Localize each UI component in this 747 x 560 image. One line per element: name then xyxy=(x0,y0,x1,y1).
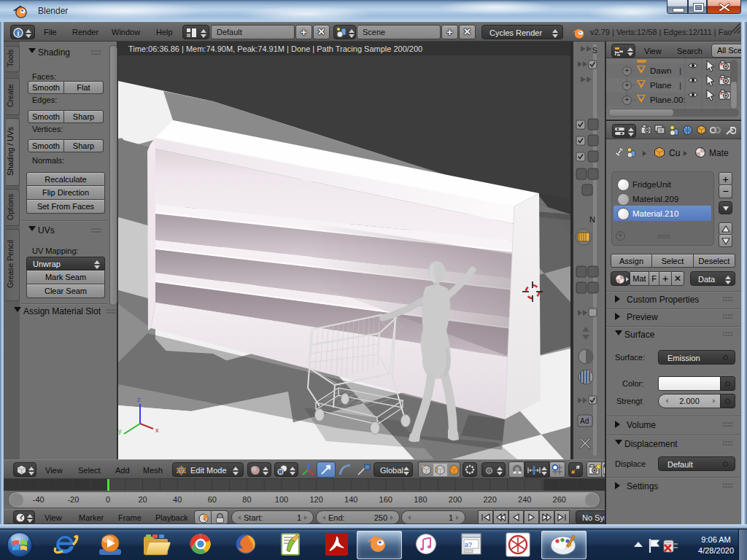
svg-text:200: 200 xyxy=(449,495,462,504)
svg-text:40: 40 xyxy=(173,495,182,504)
svg-text:0: 0 xyxy=(106,495,110,504)
svg-text:a?: a? xyxy=(465,541,472,548)
svg-text:x: x xyxy=(155,427,159,434)
svg-text:260: 260 xyxy=(553,495,566,504)
svg-text:140: 140 xyxy=(344,495,357,504)
svg-text:Time:06:36.86 | Mem:74.90M, Pe: Time:06:36.86 | Mem:74.90M, Peak:74.91M … xyxy=(128,44,422,53)
svg-text:-40: -40 xyxy=(33,495,44,504)
svg-text:60: 60 xyxy=(208,495,217,504)
svg-text:100: 100 xyxy=(275,495,288,504)
svg-text:220: 220 xyxy=(483,495,496,504)
svg-text:80: 80 xyxy=(242,495,251,504)
svg-text:240: 240 xyxy=(518,495,531,504)
svg-text:120: 120 xyxy=(309,495,322,504)
svg-text:Cu: Cu xyxy=(669,148,680,158)
svg-text:S: S xyxy=(592,47,597,55)
svg-text:-20: -20 xyxy=(67,495,79,504)
svg-text:Mate: Mate xyxy=(709,148,729,158)
svg-text:y: y xyxy=(118,427,122,435)
svg-text:N: N xyxy=(589,215,595,224)
svg-text:160: 160 xyxy=(379,495,392,504)
svg-text:i: i xyxy=(18,29,20,37)
svg-text:Ad: Ad xyxy=(580,417,589,425)
svg-text:180: 180 xyxy=(414,495,427,504)
svg-text:20: 20 xyxy=(138,495,147,504)
svg-text:z: z xyxy=(137,396,141,403)
